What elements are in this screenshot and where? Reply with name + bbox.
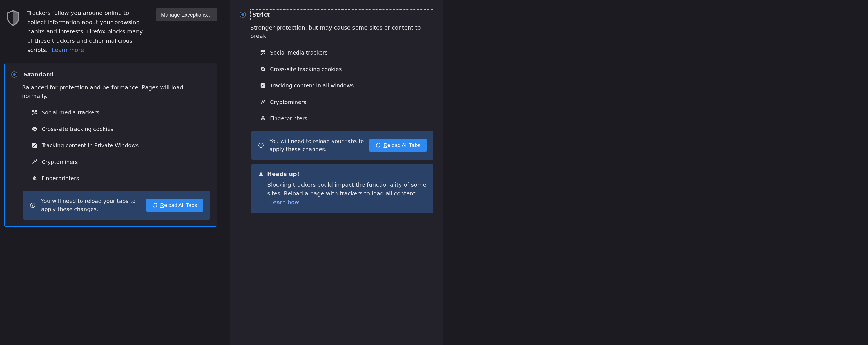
cookie-icon (260, 66, 266, 72)
shield-icon (6, 9, 21, 27)
heads-up-box: Heads up! Blocking trackers could impact… (251, 164, 433, 213)
tracker-item: Fingerprinters (32, 174, 210, 182)
tracker-item: Fingerprinters (260, 114, 433, 123)
fingerprinter-icon (32, 175, 38, 181)
tracker-label: Cryptominers (270, 98, 306, 106)
tracker-label: Cross-site tracking cookies (270, 65, 342, 73)
warning-icon (258, 171, 264, 177)
tracker-item: Cross-site tracking cookies (32, 125, 210, 133)
fingerprinter-icon (260, 115, 266, 122)
option-title-standard: Standard (22, 69, 210, 80)
option-card-strict[interactable]: Strict Stronger protection, but may caus… (232, 3, 440, 220)
tracker-item: Tracking content in Private Windows (32, 141, 210, 149)
radio-standard[interactable] (11, 71, 18, 78)
option-title-strict: Strict (250, 9, 433, 20)
tracking-content-icon (260, 82, 266, 89)
tracker-label: Tracking content in Private Windows (42, 141, 138, 149)
reload-icon (376, 143, 381, 148)
notice-text: You will need to reload your tabs to app… (270, 137, 364, 154)
radio-strict[interactable] (240, 11, 246, 18)
reload-all-tabs-button[interactable]: Reload All Tabs (369, 139, 427, 152)
tracker-label: Cryptominers (42, 158, 78, 166)
tracker-item: Cross-site tracking cookies (260, 65, 433, 73)
option-desc-strict: Stronger protection, but may cause some … (250, 23, 433, 40)
tracker-label: Fingerprinters (270, 114, 307, 123)
tracker-list-strict: Social media trackers Cross-site trackin… (260, 49, 433, 123)
tracker-label: Fingerprinters (42, 174, 79, 182)
reload-icon (152, 203, 157, 208)
tracking-content-icon (32, 142, 38, 148)
tracker-item: Social media trackers (260, 49, 433, 57)
learn-more-link[interactable]: Learn more (52, 47, 84, 54)
content-blocking-panel-strict: Strict Stronger protection, but may caus… (230, 0, 443, 345)
tracker-list-standard: Social media trackers Cross-site trackin… (32, 108, 210, 182)
tracker-label: Social media trackers (270, 49, 328, 57)
info-icon (258, 143, 265, 148)
option-desc-standard: Balanced for protection and performance.… (22, 83, 210, 100)
social-trackers-icon (260, 49, 266, 56)
notice-text: You will need to reload your tabs to app… (41, 197, 141, 214)
heads-up-title: Heads up! (267, 170, 300, 178)
content-blocking-panel-standard: Trackers follow you around online to col… (0, 0, 221, 345)
cryptominer-icon (260, 99, 266, 105)
tracker-item: Tracking content in all windows (260, 81, 433, 90)
tracker-label: Tracking content in all windows (270, 81, 354, 90)
intro-text: Trackers follow you around online to col… (27, 8, 146, 55)
learn-how-link[interactable]: Learn how (270, 199, 299, 206)
reload-notice: You will need to reload your tabs to app… (251, 131, 433, 160)
social-trackers-icon (32, 109, 38, 115)
tracker-item: Social media trackers (32, 108, 210, 117)
heads-up-body: Blocking trackers could impact the funct… (267, 180, 427, 207)
info-icon (30, 202, 36, 208)
tracker-label: Social media trackers (42, 108, 99, 117)
reload-notice: You will need to reload your tabs to app… (23, 191, 210, 220)
cookie-icon (32, 126, 38, 132)
intro-block: Trackers follow you around online to col… (4, 8, 217, 55)
option-card-standard[interactable]: Standard Balanced for protection and per… (4, 63, 217, 227)
tracker-item: Cryptominers (32, 158, 210, 166)
tracker-label: Cross-site tracking cookies (42, 125, 114, 133)
cryptominer-icon (32, 159, 38, 165)
reload-all-tabs-button[interactable]: Reload All Tabs (146, 199, 203, 212)
manage-exceptions-button[interactable]: Manage Exceptions… (156, 8, 217, 21)
tracker-item: Cryptominers (260, 98, 433, 106)
